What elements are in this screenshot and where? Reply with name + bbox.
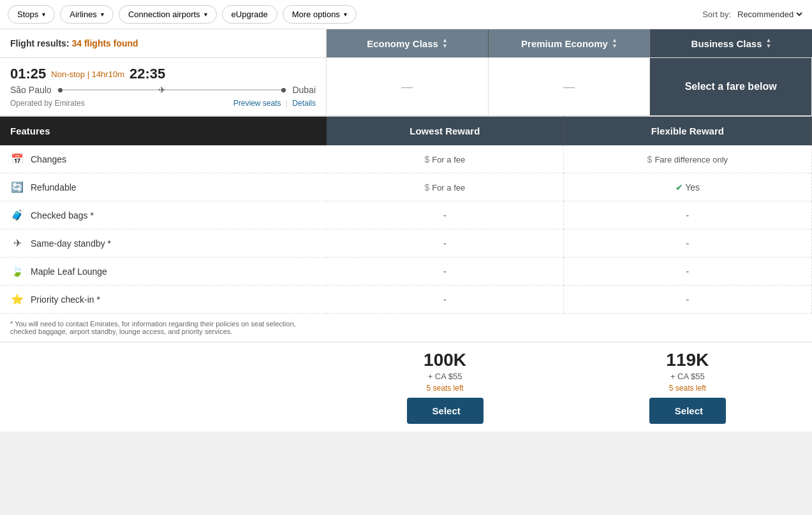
feature-col2-0: $Fare difference only xyxy=(563,145,811,173)
feature-col2-2: - xyxy=(563,201,811,229)
economy-class-header[interactable]: Economy Class ▲ ▼ xyxy=(327,29,489,57)
feature-row: ✈Same-day standby *-- xyxy=(0,229,812,258)
feature-icon-4: 🍃 xyxy=(10,265,24,277)
lowest-reward-seats: 5 seats left xyxy=(337,384,553,393)
feature-col2-5: - xyxy=(563,286,811,314)
features-table: Features Lowest Reward Flexible Reward 📅… xyxy=(0,116,812,432)
filter-bar: Stops ▾ Airlines ▾ Connection airports ▾… xyxy=(0,0,812,29)
feature-icon-1: 🔄 xyxy=(10,181,24,193)
more-options-chevron-icon: ▾ xyxy=(344,11,347,18)
feature-col1-3: - xyxy=(327,229,563,258)
airlines-filter-button[interactable]: Airlines ▾ xyxy=(60,5,114,24)
feature-icon-0: 📅 xyxy=(10,153,24,165)
feature-name-cell-1: 🔄Refundable xyxy=(0,173,327,201)
lowest-reward-price-cell: 100K + CA $55 5 seats left Select xyxy=(327,342,563,432)
origin-city: São Paulo xyxy=(10,85,52,95)
premium-dash: — xyxy=(563,80,575,94)
features-header-row: Features Lowest Reward Flexible Reward xyxy=(0,117,812,146)
business-class-label: Business Class xyxy=(691,38,762,49)
results-prefix: Flight results: xyxy=(10,38,70,48)
eupgrade-filter-button[interactable]: eUpgrade xyxy=(222,5,277,24)
premium-sort-arrows: ▲ ▼ xyxy=(612,38,617,49)
airlines-chevron-icon: ▾ xyxy=(101,11,104,18)
feature-row: 📅Changes$For a fee$Fare difference only xyxy=(0,145,812,173)
price-row: 100K + CA $55 5 seats left Select 119K +… xyxy=(0,342,812,432)
business-class-header[interactable]: Business Class ▲ ▼ xyxy=(651,29,812,57)
feature-row: 🔄Refundable$For a fee✔ Yes xyxy=(0,173,812,201)
lowest-reward-points: 100K xyxy=(337,350,553,370)
feature-col2-4: - xyxy=(563,258,811,286)
results-header: Flight results: 34 flights found Economy… xyxy=(0,29,812,58)
flight-duration: 14hr10m xyxy=(92,69,124,79)
feature-icon-5: ⭐ xyxy=(10,293,24,305)
operated-by: Operated by Emirates xyxy=(10,99,85,108)
stop-type: Non-stop xyxy=(51,69,85,79)
price-spacer xyxy=(0,342,327,432)
economy-fare-cell: — xyxy=(327,58,489,115)
destination-city: Dubai xyxy=(292,85,316,95)
preview-seats-link[interactable]: Preview seats xyxy=(233,99,281,108)
flight-info-cell: 01:25 Non-stop | 14hr10m 22:35 São Paulo… xyxy=(0,58,327,115)
flight-links: Preview seats | Details xyxy=(233,99,316,108)
premium-economy-label: Premium Economy xyxy=(521,38,608,49)
depart-time: 01:25 xyxy=(10,66,46,82)
connection-airports-label: Connection airports xyxy=(128,10,200,19)
lowest-reward-select-button[interactable]: Select xyxy=(407,398,484,424)
flexible-reward-points: 119K xyxy=(573,350,801,370)
results-title-cell: Flight results: 34 flights found xyxy=(0,29,327,57)
feature-name-cell-2: 🧳Checked bags * xyxy=(0,201,327,229)
feature-label-2: Checked bags * xyxy=(31,210,94,221)
feature-label-3: Same-day standby * xyxy=(31,238,111,249)
lowest-reward-fee: + CA $55 xyxy=(337,372,553,381)
main-panel: Flight results: 34 flights found Economy… xyxy=(0,29,812,432)
more-options-label: More options xyxy=(292,10,340,19)
flight-times: 01:25 Non-stop | 14hr10m 22:35 xyxy=(10,66,316,82)
stops-filter-button[interactable]: Stops ▾ xyxy=(8,5,55,24)
sort-area: Sort by: Recommended xyxy=(702,9,804,20)
feature-row: ⭐Priority check-in *-- xyxy=(0,286,812,314)
more-options-filter-button[interactable]: More options ▾ xyxy=(283,5,357,24)
flexible-reward-select-button[interactable]: Select xyxy=(649,398,726,424)
footnote-text: * You will need to contact Emirates, for… xyxy=(10,320,304,335)
connection-airports-chevron-icon: ▾ xyxy=(204,11,207,18)
feature-row: 🧳Checked bags *-- xyxy=(0,201,812,229)
flexible-reward-header: Flexible Reward xyxy=(563,117,811,146)
feature-row: 🍃Maple Leaf Lounge-- xyxy=(0,258,812,286)
flexible-reward-price-cell: 119K + CA $55 5 seats left Select xyxy=(563,342,811,432)
stops-label: Stops xyxy=(17,10,38,19)
feature-label-5: Priority check-in * xyxy=(31,294,100,305)
feature-label-4: Maple Leaf Lounge xyxy=(31,266,107,277)
premium-fare-cell: — xyxy=(489,58,651,115)
stops-chevron-icon: ▾ xyxy=(42,11,45,18)
flexible-reward-fee: + CA $55 xyxy=(573,372,801,381)
plane-icon: ✈ xyxy=(158,85,166,95)
sort-select[interactable]: Recommended xyxy=(735,9,804,20)
feature-icon-3: ✈ xyxy=(10,237,24,249)
feature-col1-5: - xyxy=(327,286,563,314)
feature-label-0: Changes xyxy=(31,154,66,164)
sort-by-label: Sort by: xyxy=(702,10,731,19)
eupgrade-label: eUpgrade xyxy=(232,10,268,19)
feature-col1-0: $For a fee xyxy=(327,145,563,173)
flight-footer: Operated by Emirates Preview seats | Det… xyxy=(10,99,316,108)
feature-name-cell-4: 🍃Maple Leaf Lounge xyxy=(0,258,327,286)
flexible-reward-seats: 5 seats left xyxy=(573,384,801,393)
footnote-row: * You will need to contact Emirates, for… xyxy=(0,314,812,342)
business-sort-arrows: ▲ ▼ xyxy=(765,38,771,49)
feature-col1-1: $For a fee xyxy=(327,173,563,201)
lowest-reward-header: Lowest Reward xyxy=(327,117,563,146)
feature-icon-2: 🧳 xyxy=(10,209,24,221)
feature-col2-1: ✔ Yes xyxy=(563,173,811,201)
airlines-label: Airlines xyxy=(70,10,97,19)
connection-airports-filter-button[interactable]: Connection airports ▾ xyxy=(119,5,217,24)
flights-count: 34 flights found xyxy=(71,38,138,48)
feature-name-cell-5: ⭐Priority check-in * xyxy=(0,286,327,314)
premium-economy-header[interactable]: Premium Economy ▲ ▼ xyxy=(489,29,651,57)
details-link[interactable]: Details xyxy=(292,99,316,108)
feature-label-1: Refundable xyxy=(31,182,77,192)
economy-sort-arrows: ▲ ▼ xyxy=(442,38,448,49)
arrive-time: 22:35 xyxy=(129,66,165,82)
feature-col1-2: - xyxy=(327,201,563,229)
feature-col1-4: - xyxy=(327,258,563,286)
flight-row: 01:25 Non-stop | 14hr10m 22:35 São Paulo… xyxy=(0,58,812,116)
